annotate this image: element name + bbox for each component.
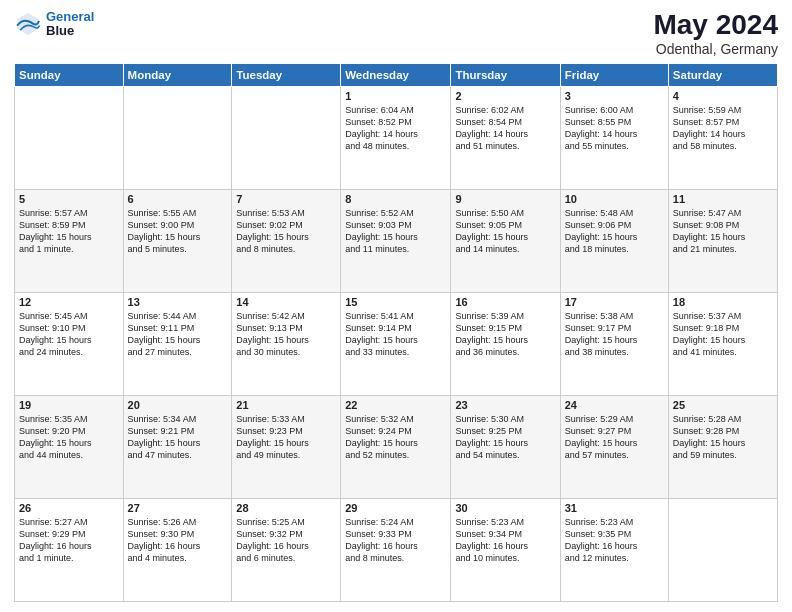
calendar-header: SundayMondayTuesdayWednesdayThursdayFrid… (15, 63, 778, 86)
weekday-sunday: Sunday (15, 63, 124, 86)
day-number: 13 (128, 296, 228, 308)
cell-0-6: 4Sunrise: 5:59 AM Sunset: 8:57 PM Daylig… (668, 86, 777, 189)
cell-info: Sunrise: 5:47 AM Sunset: 9:08 PM Dayligh… (673, 207, 773, 256)
day-number: 20 (128, 399, 228, 411)
cell-1-5: 10Sunrise: 5:48 AM Sunset: 9:06 PM Dayli… (560, 189, 668, 292)
cell-4-6 (668, 498, 777, 601)
cell-info: Sunrise: 5:59 AM Sunset: 8:57 PM Dayligh… (673, 104, 773, 153)
cell-info: Sunrise: 5:30 AM Sunset: 9:25 PM Dayligh… (455, 413, 555, 462)
cell-4-4: 30Sunrise: 5:23 AM Sunset: 9:34 PM Dayli… (451, 498, 560, 601)
cell-3-5: 24Sunrise: 5:29 AM Sunset: 9:27 PM Dayli… (560, 395, 668, 498)
cell-4-2: 28Sunrise: 5:25 AM Sunset: 9:32 PM Dayli… (232, 498, 341, 601)
weekday-tuesday: Tuesday (232, 63, 341, 86)
page: General Blue May 2024 Odenthal, Germany … (0, 0, 792, 612)
cell-0-1 (123, 86, 232, 189)
day-number: 9 (455, 193, 555, 205)
cell-info: Sunrise: 5:53 AM Sunset: 9:02 PM Dayligh… (236, 207, 336, 256)
day-number: 2 (455, 90, 555, 102)
cell-info: Sunrise: 5:37 AM Sunset: 9:18 PM Dayligh… (673, 310, 773, 359)
cell-info: Sunrise: 5:28 AM Sunset: 9:28 PM Dayligh… (673, 413, 773, 462)
cell-info: Sunrise: 6:04 AM Sunset: 8:52 PM Dayligh… (345, 104, 446, 153)
day-number: 25 (673, 399, 773, 411)
day-number: 26 (19, 502, 119, 514)
cell-info: Sunrise: 5:27 AM Sunset: 9:29 PM Dayligh… (19, 516, 119, 565)
day-number: 24 (565, 399, 664, 411)
day-number: 1 (345, 90, 446, 102)
calendar-table: SundayMondayTuesdayWednesdayThursdayFrid… (14, 63, 778, 602)
day-number: 31 (565, 502, 664, 514)
day-number: 29 (345, 502, 446, 514)
cell-info: Sunrise: 5:42 AM Sunset: 9:13 PM Dayligh… (236, 310, 336, 359)
cell-info: Sunrise: 5:33 AM Sunset: 9:23 PM Dayligh… (236, 413, 336, 462)
cell-3-6: 25Sunrise: 5:28 AM Sunset: 9:28 PM Dayli… (668, 395, 777, 498)
weekday-saturday: Saturday (668, 63, 777, 86)
day-number: 5 (19, 193, 119, 205)
day-number: 4 (673, 90, 773, 102)
weekday-thursday: Thursday (451, 63, 560, 86)
cell-info: Sunrise: 5:48 AM Sunset: 9:06 PM Dayligh… (565, 207, 664, 256)
cell-0-2 (232, 86, 341, 189)
cell-2-5: 17Sunrise: 5:38 AM Sunset: 9:17 PM Dayli… (560, 292, 668, 395)
header: General Blue May 2024 Odenthal, Germany (14, 10, 778, 57)
day-number: 15 (345, 296, 446, 308)
day-number: 19 (19, 399, 119, 411)
cell-0-4: 2Sunrise: 6:02 AM Sunset: 8:54 PM Daylig… (451, 86, 560, 189)
cell-info: Sunrise: 5:57 AM Sunset: 8:59 PM Dayligh… (19, 207, 119, 256)
logo-line2: Blue (46, 24, 94, 38)
cell-info: Sunrise: 5:34 AM Sunset: 9:21 PM Dayligh… (128, 413, 228, 462)
day-number: 10 (565, 193, 664, 205)
day-number: 8 (345, 193, 446, 205)
day-number: 17 (565, 296, 664, 308)
weekday-friday: Friday (560, 63, 668, 86)
week-row-3: 19Sunrise: 5:35 AM Sunset: 9:20 PM Dayli… (15, 395, 778, 498)
cell-0-0 (15, 86, 124, 189)
cell-2-0: 12Sunrise: 5:45 AM Sunset: 9:10 PM Dayli… (15, 292, 124, 395)
cell-3-0: 19Sunrise: 5:35 AM Sunset: 9:20 PM Dayli… (15, 395, 124, 498)
cell-info: Sunrise: 5:45 AM Sunset: 9:10 PM Dayligh… (19, 310, 119, 359)
cell-info: Sunrise: 5:24 AM Sunset: 9:33 PM Dayligh… (345, 516, 446, 565)
cell-3-2: 21Sunrise: 5:33 AM Sunset: 9:23 PM Dayli… (232, 395, 341, 498)
logo: General Blue (14, 10, 94, 39)
cell-info: Sunrise: 5:44 AM Sunset: 9:11 PM Dayligh… (128, 310, 228, 359)
cell-0-3: 1Sunrise: 6:04 AM Sunset: 8:52 PM Daylig… (341, 86, 451, 189)
cell-2-4: 16Sunrise: 5:39 AM Sunset: 9:15 PM Dayli… (451, 292, 560, 395)
cell-4-1: 27Sunrise: 5:26 AM Sunset: 9:30 PM Dayli… (123, 498, 232, 601)
cell-4-5: 31Sunrise: 5:23 AM Sunset: 9:35 PM Dayli… (560, 498, 668, 601)
cell-0-5: 3Sunrise: 6:00 AM Sunset: 8:55 PM Daylig… (560, 86, 668, 189)
cell-info: Sunrise: 5:39 AM Sunset: 9:15 PM Dayligh… (455, 310, 555, 359)
day-number: 14 (236, 296, 336, 308)
sub-title: Odenthal, Germany (653, 41, 778, 57)
logo-icon (14, 10, 42, 38)
cell-info: Sunrise: 5:38 AM Sunset: 9:17 PM Dayligh… (565, 310, 664, 359)
cell-3-3: 22Sunrise: 5:32 AM Sunset: 9:24 PM Dayli… (341, 395, 451, 498)
week-row-2: 12Sunrise: 5:45 AM Sunset: 9:10 PM Dayli… (15, 292, 778, 395)
cell-2-2: 14Sunrise: 5:42 AM Sunset: 9:13 PM Dayli… (232, 292, 341, 395)
cell-1-3: 8Sunrise: 5:52 AM Sunset: 9:03 PM Daylig… (341, 189, 451, 292)
cell-2-6: 18Sunrise: 5:37 AM Sunset: 9:18 PM Dayli… (668, 292, 777, 395)
logo-text: General Blue (46, 10, 94, 39)
cell-3-4: 23Sunrise: 5:30 AM Sunset: 9:25 PM Dayli… (451, 395, 560, 498)
week-row-0: 1Sunrise: 6:04 AM Sunset: 8:52 PM Daylig… (15, 86, 778, 189)
day-number: 12 (19, 296, 119, 308)
cell-1-2: 7Sunrise: 5:53 AM Sunset: 9:02 PM Daylig… (232, 189, 341, 292)
title-block: May 2024 Odenthal, Germany (653, 10, 778, 57)
cell-info: Sunrise: 5:23 AM Sunset: 9:34 PM Dayligh… (455, 516, 555, 565)
day-number: 11 (673, 193, 773, 205)
cell-3-1: 20Sunrise: 5:34 AM Sunset: 9:21 PM Dayli… (123, 395, 232, 498)
cell-1-6: 11Sunrise: 5:47 AM Sunset: 9:08 PM Dayli… (668, 189, 777, 292)
day-number: 3 (565, 90, 664, 102)
weekday-row: SundayMondayTuesdayWednesdayThursdayFrid… (15, 63, 778, 86)
cell-info: Sunrise: 5:29 AM Sunset: 9:27 PM Dayligh… (565, 413, 664, 462)
cell-info: Sunrise: 5:32 AM Sunset: 9:24 PM Dayligh… (345, 413, 446, 462)
cell-4-0: 26Sunrise: 5:27 AM Sunset: 9:29 PM Dayli… (15, 498, 124, 601)
day-number: 27 (128, 502, 228, 514)
cell-1-1: 6Sunrise: 5:55 AM Sunset: 9:00 PM Daylig… (123, 189, 232, 292)
calendar-body: 1Sunrise: 6:04 AM Sunset: 8:52 PM Daylig… (15, 86, 778, 601)
cell-info: Sunrise: 5:35 AM Sunset: 9:20 PM Dayligh… (19, 413, 119, 462)
cell-4-3: 29Sunrise: 5:24 AM Sunset: 9:33 PM Dayli… (341, 498, 451, 601)
cell-info: Sunrise: 6:00 AM Sunset: 8:55 PM Dayligh… (565, 104, 664, 153)
week-row-1: 5Sunrise: 5:57 AM Sunset: 8:59 PM Daylig… (15, 189, 778, 292)
cell-info: Sunrise: 5:25 AM Sunset: 9:32 PM Dayligh… (236, 516, 336, 565)
cell-info: Sunrise: 5:23 AM Sunset: 9:35 PM Dayligh… (565, 516, 664, 565)
cell-2-1: 13Sunrise: 5:44 AM Sunset: 9:11 PM Dayli… (123, 292, 232, 395)
